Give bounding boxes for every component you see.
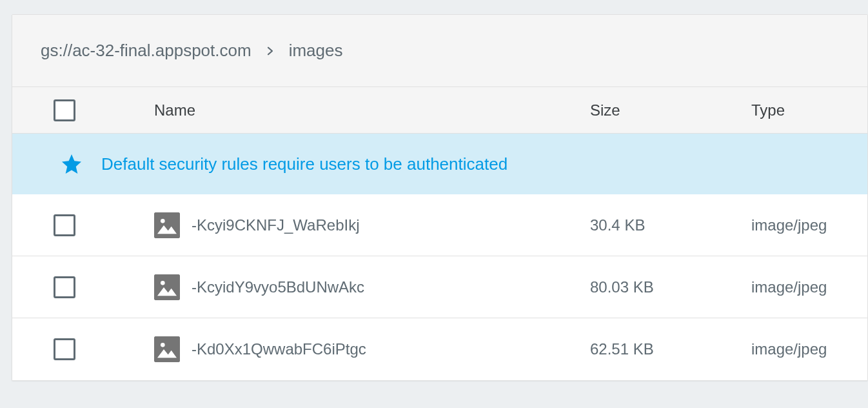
- svg-point-5: [161, 343, 165, 347]
- file-type: image/jpeg: [751, 216, 867, 234]
- row-checkbox[interactable]: [54, 338, 75, 360]
- file-size: 62.51 KB: [590, 340, 751, 358]
- file-name: -Kcyi9CKNFJ_WaRebIkj: [192, 216, 360, 234]
- column-header-type[interactable]: Type: [751, 101, 867, 119]
- file-type: image/jpeg: [751, 340, 867, 358]
- file-size: 80.03 KB: [590, 278, 751, 296]
- chevron-right-icon: [264, 45, 276, 57]
- row-checkbox[interactable]: [54, 276, 75, 298]
- svg-rect-2: [154, 274, 180, 300]
- star-icon: [60, 152, 83, 176]
- image-icon: [154, 336, 180, 362]
- table-row[interactable]: -KcyidY9vyo5BdUNwAkc 80.03 KB image/jpeg: [12, 256, 867, 318]
- file-type: image/jpeg: [751, 278, 867, 296]
- svg-point-3: [161, 281, 165, 285]
- row-checkbox[interactable]: [54, 214, 75, 236]
- svg-rect-0: [154, 212, 180, 238]
- svg-rect-4: [154, 336, 180, 362]
- banner-text: Default security rules require users to …: [101, 154, 508, 174]
- security-rules-banner[interactable]: Default security rules require users to …: [12, 134, 867, 194]
- image-icon: [154, 274, 180, 300]
- column-header-size[interactable]: Size: [590, 101, 751, 119]
- file-size: 30.4 KB: [590, 216, 751, 234]
- select-all-checkbox[interactable]: [54, 99, 75, 121]
- table-row[interactable]: -Kcyi9CKNFJ_WaRebIkj 30.4 KB image/jpeg: [12, 194, 867, 256]
- table-row[interactable]: -Kd0Xx1QwwabFC6iPtgc 62.51 KB image/jpeg: [12, 318, 867, 380]
- storage-panel: gs://ac-32-final.appspot.com images Name…: [12, 14, 868, 381]
- column-header-name[interactable]: Name: [154, 101, 590, 119]
- file-name: -Kd0Xx1QwwabFC6iPtgc: [192, 340, 366, 358]
- table-header: Name Size Type: [12, 87, 867, 134]
- image-icon: [154, 212, 180, 238]
- file-name: -KcyidY9vyo5BdUNwAkc: [192, 278, 364, 296]
- svg-point-1: [161, 219, 165, 223]
- breadcrumb: gs://ac-32-final.appspot.com images: [12, 15, 867, 87]
- breadcrumb-root[interactable]: gs://ac-32-final.appspot.com: [41, 41, 252, 61]
- breadcrumb-current[interactable]: images: [289, 41, 343, 61]
